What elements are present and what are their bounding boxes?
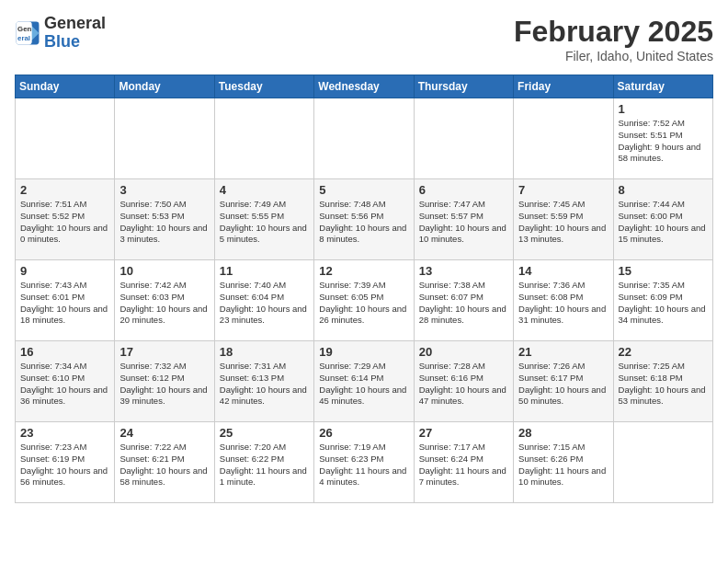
svg-text:Gen: Gen xyxy=(17,25,31,33)
day-info: Sunrise: 7:44 AM Sunset: 6:00 PM Dayligh… xyxy=(619,199,708,246)
calendar-week-row: 16Sunrise: 7:34 AM Sunset: 6:10 PM Dayli… xyxy=(16,341,713,422)
calendar-cell: 2Sunrise: 7:51 AM Sunset: 5:52 PM Daylig… xyxy=(16,179,115,260)
calendar-cell: 27Sunrise: 7:17 AM Sunset: 6:24 PM Dayli… xyxy=(414,422,513,503)
day-info: Sunrise: 7:32 AM Sunset: 6:12 PM Dayligh… xyxy=(119,361,209,408)
calendar-week-row: 2Sunrise: 7:51 AM Sunset: 5:52 PM Daylig… xyxy=(16,179,713,260)
day-number: 15 xyxy=(619,264,708,278)
calendar-cell: 22Sunrise: 7:25 AM Sunset: 6:18 PM Dayli… xyxy=(613,341,712,422)
calendar-table: SundayMondayTuesdayWednesdayThursdayFrid… xyxy=(15,75,713,503)
day-number: 21 xyxy=(518,345,608,359)
calendar-cell xyxy=(115,98,214,179)
calendar-title: February 2025 xyxy=(514,15,713,49)
weekday-header: Tuesday xyxy=(214,75,313,98)
weekday-header: Monday xyxy=(115,75,214,98)
calendar-cell: 13Sunrise: 7:38 AM Sunset: 6:07 PM Dayli… xyxy=(414,260,513,341)
day-info: Sunrise: 7:20 AM Sunset: 6:22 PM Dayligh… xyxy=(220,442,309,488)
calendar-cell xyxy=(514,98,613,179)
day-info: Sunrise: 7:52 AM Sunset: 5:51 PM Dayligh… xyxy=(619,118,708,165)
day-info: Sunrise: 7:51 AM Sunset: 5:52 PM Dayligh… xyxy=(20,199,109,246)
day-info: Sunrise: 7:40 AM Sunset: 6:04 PM Dayligh… xyxy=(220,280,309,327)
day-info: Sunrise: 7:34 AM Sunset: 6:10 PM Dayligh… xyxy=(20,361,109,408)
calendar-cell: 12Sunrise: 7:39 AM Sunset: 6:05 PM Dayli… xyxy=(314,260,414,341)
calendar-week-row: 23Sunrise: 7:23 AM Sunset: 6:19 PM Dayli… xyxy=(16,422,713,503)
day-number: 28 xyxy=(518,426,608,440)
day-number: 12 xyxy=(319,264,408,278)
day-number: 1 xyxy=(619,102,708,116)
calendar-header: February 2025 Filer, Idaho, United State… xyxy=(514,15,713,63)
day-number: 26 xyxy=(319,426,408,440)
calendar-cell xyxy=(314,98,414,179)
calendar-cell: 1Sunrise: 7:52 AM Sunset: 5:51 PM Daylig… xyxy=(613,98,712,179)
calendar-cell: 11Sunrise: 7:40 AM Sunset: 6:04 PM Dayli… xyxy=(214,260,313,341)
day-info: Sunrise: 7:35 AM Sunset: 6:09 PM Dayligh… xyxy=(619,280,708,327)
calendar-cell: 9Sunrise: 7:43 AM Sunset: 6:01 PM Daylig… xyxy=(16,260,115,341)
calendar-cell: 14Sunrise: 7:36 AM Sunset: 6:08 PM Dayli… xyxy=(514,260,613,341)
day-info: Sunrise: 7:28 AM Sunset: 6:16 PM Dayligh… xyxy=(419,361,508,408)
calendar-cell xyxy=(414,98,513,179)
day-number: 10 xyxy=(119,264,209,278)
calendar-cell: 21Sunrise: 7:26 AM Sunset: 6:17 PM Dayli… xyxy=(514,341,613,422)
day-info: Sunrise: 7:26 AM Sunset: 6:17 PM Dayligh… xyxy=(518,361,608,408)
calendar-cell: 20Sunrise: 7:28 AM Sunset: 6:16 PM Dayli… xyxy=(414,341,513,422)
calendar-cell: 6Sunrise: 7:47 AM Sunset: 5:57 PM Daylig… xyxy=(414,179,513,260)
day-number: 25 xyxy=(220,426,309,440)
calendar-cell: 8Sunrise: 7:44 AM Sunset: 6:00 PM Daylig… xyxy=(613,179,712,260)
calendar-subtitle: Filer, Idaho, United States xyxy=(514,49,713,63)
calendar-cell: 4Sunrise: 7:49 AM Sunset: 5:55 PM Daylig… xyxy=(214,179,313,260)
day-number: 13 xyxy=(419,264,508,278)
day-info: Sunrise: 7:39 AM Sunset: 6:05 PM Dayligh… xyxy=(319,280,408,327)
day-number: 14 xyxy=(518,264,608,278)
weekday-header: Saturday xyxy=(613,75,712,98)
day-number: 24 xyxy=(119,426,209,440)
day-number: 11 xyxy=(220,264,309,278)
svg-text:eral: eral xyxy=(17,34,30,42)
day-number: 8 xyxy=(619,183,708,197)
calendar-cell: 3Sunrise: 7:50 AM Sunset: 5:53 PM Daylig… xyxy=(115,179,214,260)
day-info: Sunrise: 7:31 AM Sunset: 6:13 PM Dayligh… xyxy=(220,361,309,408)
day-number: 7 xyxy=(518,183,608,197)
calendar-cell: 19Sunrise: 7:29 AM Sunset: 6:14 PM Dayli… xyxy=(314,341,414,422)
day-number: 16 xyxy=(20,345,109,359)
calendar-cell: 5Sunrise: 7:48 AM Sunset: 5:56 PM Daylig… xyxy=(314,179,414,260)
day-number: 23 xyxy=(20,426,109,440)
day-info: Sunrise: 7:36 AM Sunset: 6:08 PM Dayligh… xyxy=(518,280,608,327)
page-header: Gen eral General Blue February 2025 File… xyxy=(15,15,713,63)
weekday-header: Thursday xyxy=(414,75,513,98)
day-info: Sunrise: 7:50 AM Sunset: 5:53 PM Dayligh… xyxy=(119,199,209,246)
day-info: Sunrise: 7:49 AM Sunset: 5:55 PM Dayligh… xyxy=(220,199,309,246)
day-number: 6 xyxy=(419,183,508,197)
day-info: Sunrise: 7:47 AM Sunset: 5:57 PM Dayligh… xyxy=(419,199,508,246)
logo-icon: Gen eral xyxy=(15,20,40,46)
day-number: 18 xyxy=(220,345,309,359)
day-number: 22 xyxy=(619,345,708,359)
day-info: Sunrise: 7:15 AM Sunset: 6:26 PM Dayligh… xyxy=(518,442,608,488)
calendar-week-row: 1Sunrise: 7:52 AM Sunset: 5:51 PM Daylig… xyxy=(16,98,713,179)
calendar-week-row: 9Sunrise: 7:43 AM Sunset: 6:01 PM Daylig… xyxy=(16,260,713,341)
calendar-cell: 25Sunrise: 7:20 AM Sunset: 6:22 PM Dayli… xyxy=(214,422,313,503)
day-info: Sunrise: 7:29 AM Sunset: 6:14 PM Dayligh… xyxy=(319,361,408,408)
day-info: Sunrise: 7:23 AM Sunset: 6:19 PM Dayligh… xyxy=(20,442,109,488)
day-number: 20 xyxy=(419,345,508,359)
weekday-header-row: SundayMondayTuesdayWednesdayThursdayFrid… xyxy=(16,75,713,98)
day-info: Sunrise: 7:45 AM Sunset: 5:59 PM Dayligh… xyxy=(518,199,608,246)
weekday-header: Sunday xyxy=(16,75,115,98)
day-number: 27 xyxy=(419,426,508,440)
calendar-cell: 16Sunrise: 7:34 AM Sunset: 6:10 PM Dayli… xyxy=(16,341,115,422)
calendar-cell: 10Sunrise: 7:42 AM Sunset: 6:03 PM Dayli… xyxy=(115,260,214,341)
calendar-cell: 28Sunrise: 7:15 AM Sunset: 6:26 PM Dayli… xyxy=(514,422,613,503)
day-number: 4 xyxy=(220,183,309,197)
calendar-cell xyxy=(16,98,115,179)
calendar-cell: 17Sunrise: 7:32 AM Sunset: 6:12 PM Dayli… xyxy=(115,341,214,422)
calendar-cell: 15Sunrise: 7:35 AM Sunset: 6:09 PM Dayli… xyxy=(613,260,712,341)
day-info: Sunrise: 7:38 AM Sunset: 6:07 PM Dayligh… xyxy=(419,280,508,327)
day-number: 9 xyxy=(20,264,109,278)
calendar-cell: 18Sunrise: 7:31 AM Sunset: 6:13 PM Dayli… xyxy=(214,341,313,422)
calendar-cell xyxy=(613,422,712,503)
calendar-cell: 24Sunrise: 7:22 AM Sunset: 6:21 PM Dayli… xyxy=(115,422,214,503)
calendar-cell xyxy=(214,98,313,179)
calendar-cell: 26Sunrise: 7:19 AM Sunset: 6:23 PM Dayli… xyxy=(314,422,414,503)
day-info: Sunrise: 7:22 AM Sunset: 6:21 PM Dayligh… xyxy=(119,442,209,488)
calendar-cell: 7Sunrise: 7:45 AM Sunset: 5:59 PM Daylig… xyxy=(514,179,613,260)
calendar-cell: 23Sunrise: 7:23 AM Sunset: 6:19 PM Dayli… xyxy=(16,422,115,503)
day-number: 19 xyxy=(319,345,408,359)
